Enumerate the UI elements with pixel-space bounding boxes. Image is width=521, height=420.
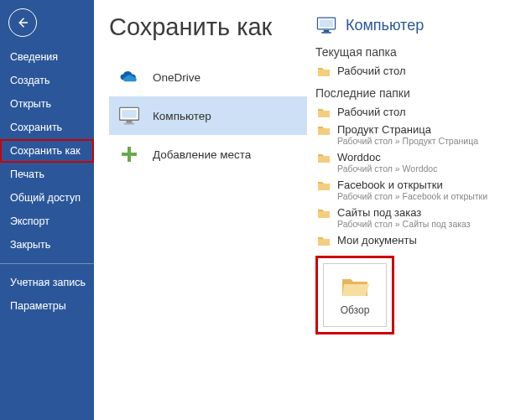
back-button[interactable] xyxy=(8,8,37,37)
svg-rect-5 xyxy=(122,153,137,156)
browse-label: Обзор xyxy=(341,304,370,316)
recent-folder[interactable]: Продукт Страница Рабочий стол » Продукт … xyxy=(315,121,514,148)
folder-name: Worddoc xyxy=(337,151,437,163)
recent-folder[interactable]: Рабочий стол xyxy=(315,103,514,121)
nav-item-info[interactable]: Сведения xyxy=(0,45,94,69)
folder-name: Рабочий стол xyxy=(337,106,406,118)
nav-item-close[interactable]: Закрыть xyxy=(0,233,94,257)
nav-item-account[interactable]: Учетная запись xyxy=(0,271,94,294)
sidebar-separator xyxy=(0,263,94,264)
folder-icon xyxy=(317,152,331,163)
nav-item-export[interactable]: Экспорт xyxy=(0,210,94,233)
computer-icon xyxy=(315,15,337,35)
place-label: OneDrive xyxy=(153,71,201,84)
nav-item-print[interactable]: Печать xyxy=(0,163,94,186)
arrow-left-icon xyxy=(15,15,30,30)
places-column: Сохранить как OneDrive Компьютер Добавле… xyxy=(109,13,307,413)
location-header: Компьютер xyxy=(315,15,514,35)
svg-rect-2 xyxy=(127,121,133,123)
svg-rect-7 xyxy=(320,20,333,28)
main-panel: Сохранить как OneDrive Компьютер Добавле… xyxy=(94,0,521,420)
folder-path: Рабочий стол » Сайты под заказ xyxy=(337,219,471,229)
folder-icon xyxy=(317,106,331,118)
folder-name: Рабочий стол xyxy=(337,65,406,77)
folder-name: Facebook и открытки xyxy=(337,179,487,191)
svg-rect-9 xyxy=(321,32,331,34)
folder-path: Рабочий стол » Worddoc xyxy=(337,163,437,174)
nav-item-save[interactable]: Сохранить xyxy=(0,116,94,139)
current-folder[interactable]: Рабочий стол xyxy=(315,62,514,80)
browse-highlight: Обзор xyxy=(315,256,394,334)
folder-icon xyxy=(317,124,331,136)
folder-name: Сайты под заказ xyxy=(337,206,471,219)
folder-path: Рабочий стол » Facebook и открытки xyxy=(337,191,487,201)
recent-folder[interactable]: Мои документы xyxy=(315,231,514,249)
nav-item-share[interactable]: Общий доступ xyxy=(0,186,94,210)
add-place-icon xyxy=(117,143,141,166)
current-folder-label: Текущая папка xyxy=(315,45,514,59)
location-details: Компьютер Текущая папка Рабочий стол Пос… xyxy=(307,13,514,413)
nav-item-save-as[interactable]: Сохранить как xyxy=(0,139,94,163)
recent-folder[interactable]: Worddoc Рабочий стол » Worddoc xyxy=(315,148,514,176)
folder-icon xyxy=(317,65,331,77)
folder-open-icon xyxy=(341,274,369,298)
folder-name: Продукт Страница xyxy=(337,123,478,136)
place-add-location[interactable]: Добавление места xyxy=(109,135,307,174)
folder-icon xyxy=(317,207,331,219)
recent-folders-label: Последние папки xyxy=(315,86,514,100)
place-onedrive[interactable]: OneDrive xyxy=(109,58,307,96)
svg-rect-1 xyxy=(122,110,137,118)
folder-path: Рабочий стол » Продукт Страница xyxy=(337,136,478,146)
backstage-sidebar: Сведения Создать Открыть Сохранить Сохра… xyxy=(0,0,94,420)
svg-rect-8 xyxy=(324,30,330,32)
page-title: Сохранить как xyxy=(109,13,307,41)
recent-folder[interactable]: Facebook и открытки Рабочий стол » Faceb… xyxy=(315,176,514,204)
place-label: Добавление места xyxy=(153,148,251,161)
nav-item-open[interactable]: Открыть xyxy=(0,92,94,116)
location-title: Компьютер xyxy=(346,17,424,34)
folder-name: Мои документы xyxy=(337,234,417,246)
onedrive-icon xyxy=(117,65,141,89)
place-label: Компьютер xyxy=(153,110,211,122)
place-computer[interactable]: Компьютер xyxy=(109,96,307,135)
browse-button[interactable]: Обзор xyxy=(323,263,387,327)
recent-folder[interactable]: Сайты под заказ Рабочий стол » Сайты под… xyxy=(315,204,514,231)
folder-icon xyxy=(317,235,331,246)
nav-item-new[interactable]: Создать xyxy=(0,69,94,92)
computer-icon xyxy=(117,104,141,127)
nav-item-options[interactable]: Параметры xyxy=(0,294,94,318)
svg-rect-3 xyxy=(124,123,134,125)
folder-icon xyxy=(317,179,331,191)
